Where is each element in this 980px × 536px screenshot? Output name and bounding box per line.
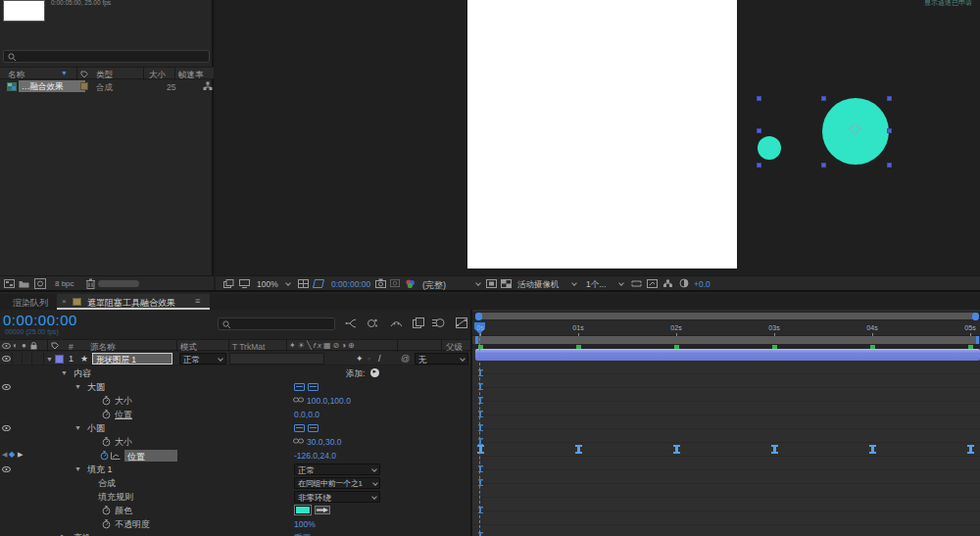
layer-label-color[interactable] [55, 355, 64, 364]
stopwatch-icon-active[interactable] [100, 451, 109, 461]
chevron-down-icon[interactable] [618, 280, 624, 286]
horizontal-scrollbar-thumb[interactable] [98, 280, 139, 287]
comp-marker-green[interactable] [870, 345, 875, 349]
shy-layers-icon[interactable] [390, 318, 403, 328]
group-row-contents[interactable]: ▼ 内容 添加: ▸ [0, 366, 470, 380]
pixel-aspect-correction-icon[interactable] [631, 279, 642, 288]
comp-marker-green[interactable] [478, 345, 483, 349]
fast-previews-icon[interactable] [486, 279, 497, 288]
position-keyframe-icon[interactable] [477, 445, 484, 454]
group-row-fill[interactable]: ▼ 填充 1 正常 [0, 463, 470, 476]
bit-depth-label[interactable]: 8 bpc [55, 279, 74, 288]
composite-dropdown[interactable]: 在同组中前一个之1 [294, 477, 380, 489]
effects-switch-icon[interactable]: ◦ [368, 354, 370, 364]
show-snapshot-icon[interactable] [390, 279, 400, 287]
monitor-icon[interactable] [239, 279, 250, 288]
panel-menu-icon[interactable]: ≡ [195, 296, 200, 306]
position-value[interactable]: 0.0,0.0 [294, 410, 319, 419]
stopwatch-icon[interactable] [102, 506, 111, 515]
timeline-search-input[interactable] [218, 317, 335, 330]
selection-handle[interactable] [757, 96, 761, 101]
selection-handle[interactable] [821, 96, 826, 101]
prop-row-big-position[interactable]: 位置 0.0,0.0 [0, 408, 470, 421]
twirl-down-icon[interactable]: ▼ [74, 424, 81, 431]
comp-mini-flowchart-icon[interactable] [345, 318, 357, 329]
trkmat-column[interactable]: T TrkMat [232, 342, 265, 352]
add-play-circle-icon[interactable]: ▸ [370, 368, 379, 377]
quality-switch-icon[interactable]: ✦ [356, 354, 364, 364]
project-search-input[interactable] [3, 50, 210, 63]
twirl-down-icon[interactable]: ▼ [61, 369, 68, 376]
position-label-selected[interactable]: 位置 [124, 450, 177, 462]
selection-handle[interactable] [757, 128, 761, 133]
chevron-down-icon[interactable] [571, 280, 577, 286]
show-channels-icon[interactable] [405, 278, 416, 289]
parent-dropdown[interactable]: 无 [415, 353, 468, 365]
prop-row-fill-rule[interactable]: 填充规则 非零环绕 [0, 490, 470, 504]
prop-row-small-position-selected[interactable]: ◀ ◆ ▶ 位置 -126.0,24.0 [0, 449, 470, 463]
project-item-row[interactable]: …融合效果 合成 25 [0, 80, 214, 93]
graph-editor-icon[interactable] [456, 317, 467, 328]
new-folder-icon[interactable] [19, 279, 29, 288]
comp-marker-green[interactable] [576, 345, 581, 349]
snapshot-camera-icon[interactable] [375, 278, 386, 288]
fill-color-swatch[interactable] [295, 506, 311, 514]
layer-row[interactable]: ▼ 1 ★ 形状图层 1 正常 ✦ ◦ / @ 无 [0, 352, 470, 365]
add-keyframe-diamond-icon[interactable]: ◆ [9, 450, 15, 459]
position-keyframe-icon[interactable] [771, 445, 778, 454]
prop-row-composite[interactable]: 合成 在同组中前一个之1 [0, 476, 470, 490]
prop-row-small-size[interactable]: 大小 30.0,30.0 [0, 435, 470, 449]
link-dimensions-icon[interactable] [293, 397, 304, 403]
prop-row-color[interactable]: 颜色 [0, 504, 470, 517]
current-timecode[interactable]: 0:00:00:00 [3, 312, 77, 328]
prop-row-big-size[interactable]: 大小 100.0,100.0 [0, 394, 470, 408]
trkmat-well[interactable] [229, 353, 324, 365]
opacity-value[interactable]: 100% [294, 519, 316, 529]
twirl-down-icon[interactable]: ▼ [46, 356, 53, 363]
color-picker-icon[interactable] [315, 506, 330, 514]
chevron-down-icon[interactable] [285, 280, 291, 286]
trash-icon[interactable] [86, 278, 95, 289]
position-keyframe-icon[interactable] [869, 445, 876, 454]
footage-interpret-icon[interactable] [4, 279, 15, 288]
comp-marker-green[interactable] [772, 345, 777, 349]
parent-pickwhip-icon[interactable]: @ [401, 354, 410, 364]
stopwatch-icon[interactable] [102, 410, 111, 419]
add-label[interactable]: 添加: [346, 368, 365, 380]
blend-mode-dropdown[interactable]: 正常 [179, 353, 226, 365]
prev-keyframe-icon[interactable]: ◀ [2, 451, 7, 459]
chevron-down-icon[interactable] [475, 280, 481, 286]
quality-slash-icon[interactable]: / [378, 354, 381, 364]
position-keyframe-icon[interactable] [575, 445, 582, 454]
stopwatch-icon[interactable] [102, 437, 111, 447]
group-row-transform[interactable]: ▶ 变换 重置 [0, 531, 470, 536]
eye-icon[interactable] [2, 425, 11, 431]
selection-handle[interactable] [887, 128, 892, 133]
selection-handle[interactable] [887, 163, 892, 168]
new-composition-icon[interactable] [34, 278, 46, 289]
selection-handle[interactable] [821, 163, 826, 168]
motion-blur-icon[interactable] [432, 317, 445, 328]
viewer-timecode[interactable]: 0:00:00:00 [331, 279, 370, 289]
stopwatch-icon[interactable] [102, 519, 111, 529]
transform-reset[interactable]: 重置 [294, 533, 311, 536]
tab-render-queue[interactable]: 渲染队列 [13, 297, 48, 310]
layer-name-edit-box[interactable]: 形状图层 1 [92, 353, 172, 365]
fill-blend-dropdown[interactable]: 正常 [294, 463, 380, 475]
group-row-small-circle[interactable]: ▼ 小圆 [0, 421, 470, 435]
position-keyframe-icon[interactable] [673, 445, 680, 454]
transparency-grid-icon[interactable] [501, 279, 512, 288]
tab-composition-active[interactable]: × 遮罩阻塞工具融合效果 ≡ [57, 294, 210, 310]
size-value[interactable]: 100.0,100.0 [307, 396, 351, 406]
eye-icon[interactable] [2, 466, 11, 472]
reset-exposure-icon[interactable] [679, 278, 689, 288]
link-dimensions-icon[interactable] [293, 438, 304, 444]
label-color-swatch[interactable] [80, 82, 88, 90]
draft-3d-icon[interactable] [367, 317, 378, 329]
twirl-down-icon[interactable]: ▼ [74, 465, 81, 472]
exposure-value[interactable]: +0.0 [694, 279, 710, 289]
eye-icon[interactable] [2, 384, 11, 390]
size-value[interactable]: 30.0,30.0 [307, 437, 341, 447]
twirl-down-icon[interactable]: ▼ [74, 383, 81, 390]
tab-close-icon[interactable]: × [62, 297, 67, 306]
